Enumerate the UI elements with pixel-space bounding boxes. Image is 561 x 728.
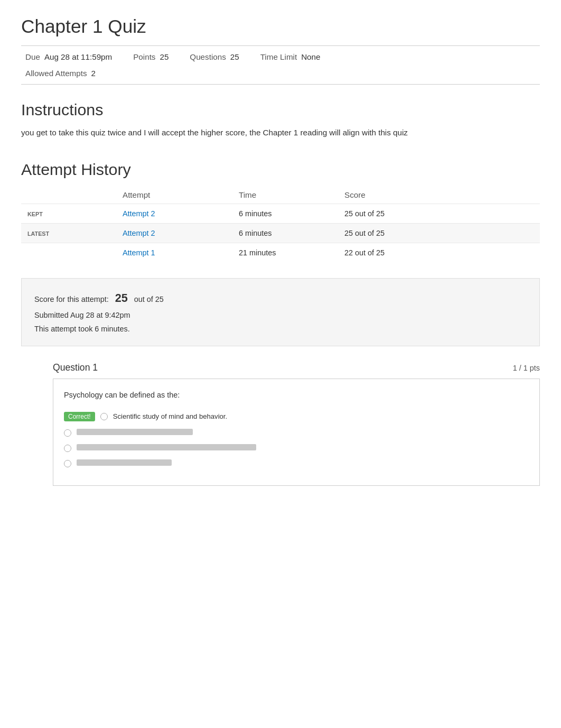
question-text: Psychology can be defined as the: bbox=[64, 390, 529, 401]
blurred-answer bbox=[77, 444, 256, 450]
table-row: LATEST Attempt 2 6 minutes 25 out of 25 bbox=[21, 224, 540, 243]
due-label: Due bbox=[25, 52, 40, 61]
attempt-score: 25 out of 25 bbox=[338, 224, 540, 243]
score-out-of: out of 25 bbox=[134, 295, 164, 303]
question-container: Question 1 1 / 1 pts Psychology can be d… bbox=[53, 362, 540, 486]
score-summary: Score for this attempt: 25 out of 25 Sub… bbox=[21, 278, 540, 346]
col-time-header: Time bbox=[232, 186, 338, 204]
time-limit-value: None bbox=[301, 52, 320, 61]
question-box: Psychology can be defined as the: Correc… bbox=[53, 379, 540, 486]
col-attempt-header: Attempt bbox=[116, 186, 232, 204]
answer-row: Correct! Scientific study of mind and be… bbox=[64, 412, 529, 421]
answer-option-blurred bbox=[64, 459, 529, 467]
radio-dot bbox=[64, 460, 71, 467]
question-title: Question 1 bbox=[53, 362, 98, 373]
radio-dot bbox=[64, 445, 71, 452]
allowed-attempts-label: Allowed Attempts bbox=[25, 69, 87, 78]
table-row: Attempt 1 21 minutes 22 out of 25 bbox=[21, 243, 540, 263]
blurred-answer bbox=[77, 459, 172, 466]
due-value: Aug 28 at 11:59pm bbox=[44, 52, 112, 61]
attempt-link[interactable]: Attempt 2 bbox=[123, 229, 155, 237]
score-number: 25 bbox=[115, 291, 128, 305]
answer-option-blurred bbox=[64, 429, 529, 437]
attempt-badge: KEPT bbox=[27, 211, 43, 217]
attempt-history-heading: Attempt History bbox=[21, 160, 540, 179]
blurred-answer bbox=[77, 429, 193, 435]
correct-badge: Correct! bbox=[64, 412, 95, 421]
attempt-badge: LATEST bbox=[27, 231, 49, 237]
question-header: Question 1 1 / 1 pts bbox=[53, 362, 540, 373]
questions-value: 25 bbox=[230, 52, 239, 61]
questions-label: Questions bbox=[190, 52, 226, 61]
duration-text: This attempt took 6 minutes. bbox=[34, 322, 527, 336]
attempt-time: 6 minutes bbox=[232, 204, 338, 224]
attempt-score: 22 out of 25 bbox=[338, 243, 540, 263]
radio-dot bbox=[100, 413, 108, 420]
submitted-text: Submitted Aug 28 at 9:42pm bbox=[34, 309, 527, 322]
attempt-time: 21 minutes bbox=[232, 243, 338, 263]
col-score-header: Score bbox=[338, 186, 540, 204]
attempt-table: Attempt Time Score KEPT Attempt 2 6 minu… bbox=[21, 186, 540, 262]
points-label: Points bbox=[133, 52, 155, 61]
answer-text: Scientific study of mind and behavior. bbox=[113, 412, 227, 420]
score-label: Score for this attempt: bbox=[34, 295, 109, 303]
answer-option-blurred bbox=[64, 444, 529, 452]
allowed-attempts-value: 2 bbox=[91, 69, 96, 78]
attempt-time: 6 minutes bbox=[232, 224, 338, 243]
meta-bar: Due Aug 28 at 11:59pm Points 25 Question… bbox=[21, 45, 540, 85]
points-value: 25 bbox=[160, 52, 169, 61]
attempt-history-section: Attempt History Attempt Time Score KEPT … bbox=[21, 160, 540, 262]
attempt-score: 25 out of 25 bbox=[338, 204, 540, 224]
radio-dot bbox=[64, 429, 71, 437]
instructions-heading: Instructions bbox=[21, 100, 540, 119]
table-row: KEPT Attempt 2 6 minutes 25 out of 25 bbox=[21, 204, 540, 224]
page-title: Chapter 1 Quiz bbox=[21, 16, 540, 37]
attempt-link[interactable]: Attempt 1 bbox=[123, 248, 155, 257]
question-pts: 1 / 1 pts bbox=[513, 364, 540, 372]
col-badge-header bbox=[21, 186, 116, 204]
instructions-text: you get to take this quiz twice and I wi… bbox=[21, 126, 540, 139]
time-limit-label: Time Limit bbox=[260, 52, 297, 61]
attempt-link[interactable]: Attempt 2 bbox=[123, 209, 155, 218]
